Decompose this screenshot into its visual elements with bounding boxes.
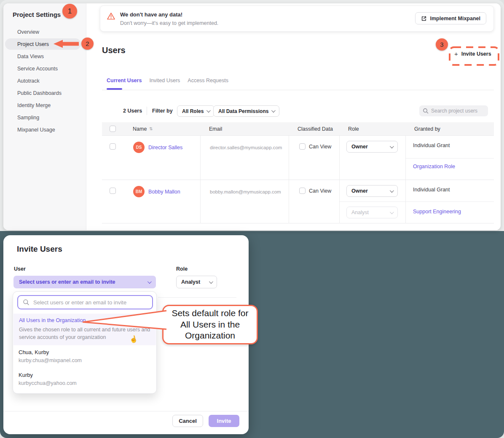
invite-users-button[interactable]: + Invite Users <box>454 50 491 57</box>
search-icon <box>423 108 429 114</box>
external-link-icon <box>421 16 427 21</box>
sidebar-item-mixpanel-usage[interactable]: Mixpanel Usage <box>3 124 86 136</box>
organization-role-link[interactable]: Organization Role <box>413 164 455 169</box>
table-row: BM Bobby Mallon bobby.mallon@mymusicapp.… <box>102 180 494 223</box>
role-field-label: Role <box>176 266 188 272</box>
sidebar-item-public-dashboards[interactable]: Public Dashboards <box>3 87 86 99</box>
cancel-button[interactable]: Cancel <box>172 415 203 427</box>
search-project-users-box[interactable] <box>419 105 488 116</box>
chevron-down-icon <box>390 188 394 193</box>
user-name-link[interactable]: Bobby Mallon <box>148 189 180 195</box>
row-checkbox[interactable] <box>110 143 116 150</box>
warning-icon <box>107 12 115 20</box>
filter-separator <box>147 107 147 115</box>
pointer-cursor-icon: ☝ <box>129 334 138 344</box>
no-data-banner: We don't have any data! Don't worry—it's… <box>100 5 494 32</box>
step-2-arrow-icon <box>53 39 79 48</box>
header-classified-data: Classified Data <box>289 122 340 135</box>
settings-sidebar: Project Settings Overview Project Users … <box>3 3 86 230</box>
callout-bubble: Sets default role for All Users in the O… <box>162 305 258 344</box>
step-1-badge: 1 <box>62 4 77 19</box>
modal-title: Invite Users <box>17 245 62 254</box>
invite-button[interactable]: Invite <box>209 415 239 427</box>
role-select-dropdown[interactable]: Analyst <box>176 276 217 288</box>
sort-icon[interactable]: ⇅ <box>149 126 153 131</box>
table-row: DS Director Salles director.salles@mymus… <box>102 136 494 180</box>
header-role: Role <box>340 122 406 135</box>
filter-by-label: Filter by <box>152 108 173 114</box>
banner-title: We don't have any data! <box>120 11 182 18</box>
option-user[interactable]: Kurby kurbycchua@yahoo.com <box>19 372 77 386</box>
callout-tail <box>80 303 169 332</box>
sidebar-item-overview[interactable]: Overview <box>3 26 86 38</box>
callout-text: Sets default role for All Users in the O… <box>167 308 253 341</box>
implement-mixpanel-button[interactable]: Implement Mixpanel <box>415 12 486 24</box>
user-count: 2 Users <box>123 108 142 114</box>
avatar: BM <box>133 186 145 197</box>
cell-divider <box>340 202 405 202</box>
tabs-divider <box>102 90 494 90</box>
can-view-checkbox[interactable] <box>299 188 306 194</box>
granted-by-value: Individual Grant <box>413 142 450 148</box>
page-title: Users <box>102 46 126 55</box>
sidebar-item-sampling[interactable]: Sampling <box>3 111 86 124</box>
select-all-checkbox[interactable] <box>110 126 116 132</box>
footer-divider <box>3 411 249 411</box>
role-dropdown[interactable]: Owner <box>346 141 398 153</box>
support-engineering-link[interactable]: Support Engineering <box>413 209 461 215</box>
banner-subtitle: Don't worry—it's easy to get implemented… <box>120 20 218 26</box>
roles-filter-dropdown[interactable]: All Roles <box>177 105 214 117</box>
user-select-dropdown[interactable]: Select users or enter an email to invite <box>13 276 156 288</box>
form-divider <box>158 297 236 298</box>
row-checkbox[interactable] <box>110 188 116 194</box>
user-name-link[interactable]: Director Salles <box>148 145 182 150</box>
header-granted-by: Granted by <box>406 122 494 135</box>
users-tabs: Current Users Invited Users Access Reque… <box>107 78 228 83</box>
screenshot-root: Project Settings Overview Project Users … <box>0 0 504 438</box>
chevron-down-icon <box>209 279 213 284</box>
sidebar-item-identity-merge[interactable]: Identity Merge <box>3 99 86 111</box>
tab-current-users[interactable]: Current Users <box>107 78 142 83</box>
search-input[interactable] <box>431 108 482 114</box>
header-email: Email <box>201 122 289 135</box>
search-icon <box>23 299 29 306</box>
sidebar-item-service-accounts[interactable]: Service Accounts <box>3 62 86 75</box>
option-user[interactable]: Chua, Kurby kurby.chua@mixpanel.com <box>19 349 82 363</box>
chevron-down-icon <box>147 279 152 284</box>
invite-users-area: + Invite Users <box>448 46 500 66</box>
data-permissions-filter-dropdown[interactable]: All Data Permissions <box>213 105 279 117</box>
step-3-badge: 3 <box>436 38 448 51</box>
tab-access-requests[interactable]: Access Requests <box>188 78 228 83</box>
granted-by-value: Individual Grant <box>413 187 450 193</box>
settings-content: We don't have any data! Don't worry—it's… <box>86 3 501 230</box>
user-email: bobby.mallon@mymusicapp.com <box>210 189 281 194</box>
cell-divider <box>406 158 494 159</box>
role-dropdown-disabled: Analyst <box>346 207 398 218</box>
role-dropdown[interactable]: Owner <box>346 185 398 197</box>
sidebar-item-autotrack[interactable]: Autotrack <box>3 75 86 87</box>
chevron-down-icon <box>390 210 394 214</box>
can-view-checkbox[interactable] <box>299 143 306 150</box>
avatar: DS <box>133 142 145 153</box>
tab-invited-users[interactable]: Invited Users <box>149 78 180 83</box>
sidebar-item-data-views[interactable]: Data Views <box>3 50 86 62</box>
step-2-badge: 2 <box>81 38 94 50</box>
table-header-row: Name ⇅ Email Classified Data Role Grante… <box>102 122 494 136</box>
chevron-down-icon <box>206 108 211 113</box>
header-name: Name ⇅ <box>124 122 201 135</box>
user-field-label: User <box>14 266 26 272</box>
plus-icon: + <box>454 50 458 57</box>
sidebar-title: Project Settings <box>13 11 61 18</box>
chevron-down-icon <box>271 108 276 113</box>
users-table: Name ⇅ Email Classified Data Role Grante… <box>102 122 494 223</box>
user-email: director.salles@mymusicapp.com <box>210 145 282 150</box>
cell-divider <box>406 202 494 202</box>
project-settings-window: Project Settings Overview Project Users … <box>3 3 501 230</box>
chevron-down-icon <box>390 144 394 148</box>
